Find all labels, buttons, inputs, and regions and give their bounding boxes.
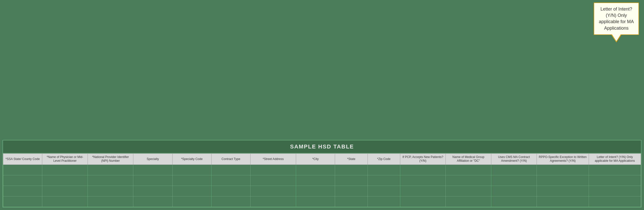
table-cell-state — [335, 165, 368, 175]
table-cell-npi — [88, 186, 133, 196]
table-cell-zip — [368, 186, 400, 196]
table-cell-npi — [88, 165, 133, 175]
table-header-city: *City — [296, 153, 335, 165]
table-cell-name — [42, 196, 88, 207]
table-cell-letter — [589, 165, 641, 175]
table-row — [3, 175, 641, 186]
table-cell-city — [296, 175, 335, 186]
table-cell-medical_group — [446, 165, 491, 175]
table-title: SAMPLE HSD TABLE — [3, 140, 641, 153]
table-cell-specialty — [133, 186, 172, 196]
table-cell-ssa — [3, 196, 42, 207]
table-header-cms: Uses CMS MA Contract Amendment? (Y/N) — [491, 153, 537, 165]
table-cell-ssa — [3, 186, 42, 196]
table-cell-rppo — [537, 175, 589, 186]
table-cell-medical_group — [446, 175, 491, 186]
table-header-state: *State — [335, 153, 368, 165]
table-cell-ssa — [3, 175, 42, 186]
table-header-specialty: Specialty — [133, 153, 172, 165]
table-cell-city — [296, 196, 335, 207]
table-header-letter: Letter of Intent? (Y/N) Only applicable … — [589, 153, 641, 165]
table-cell-street — [250, 186, 296, 196]
table-cell-specialty_code — [172, 165, 211, 175]
tooltip-box: Letter of Intent? (Y/N) Only applicable … — [594, 3, 639, 35]
table-cell-street — [250, 196, 296, 207]
table-header-row: *SSA State/ County Code*Name of Physicia… — [3, 153, 641, 165]
table-cell-street — [250, 165, 296, 175]
table-row — [3, 165, 641, 175]
table-header-rppo: RPPO-Specific Exception to Written Agree… — [537, 153, 589, 165]
table-cell-name — [42, 165, 88, 175]
table-cell-city — [296, 186, 335, 196]
table-cell-pcp — [400, 196, 446, 207]
table-cell-specialty_code — [172, 196, 211, 207]
table-cell-specialty_code — [172, 175, 211, 186]
table-cell-city — [296, 165, 335, 175]
table-cell-cms — [491, 165, 537, 175]
table-row — [3, 186, 641, 196]
table-cell-cms — [491, 186, 537, 196]
table-header-ssa: *SSA State/ County Code — [3, 153, 42, 165]
table-cell-zip — [368, 175, 400, 186]
tooltip-container: Letter of Intent? (Y/N) Only applicable … — [594, 3, 639, 42]
tooltip-arrow — [611, 35, 621, 42]
table-cell-specialty — [133, 196, 172, 207]
table-cell-letter — [589, 196, 641, 207]
table-cell-pcp — [400, 175, 446, 186]
table-cell-cms — [491, 175, 537, 186]
tooltip-text: Letter of Intent? (Y/N) Only applicable … — [599, 7, 634, 31]
table-cell-name — [42, 186, 88, 196]
table-cell-letter — [589, 175, 641, 186]
table-cell-specialty — [133, 175, 172, 186]
table-cell-medical_group — [446, 196, 491, 207]
table-header-npi: *National Provider Identifier (NPI) Numb… — [88, 153, 133, 165]
table-header-specialty_code: *Specialty Code — [172, 153, 211, 165]
table-cell-pcp — [400, 165, 446, 175]
hsd-table: *SSA State/ County Code*Name of Physicia… — [3, 153, 641, 207]
table-cell-contract_type — [211, 165, 250, 175]
table-cell-cms — [491, 196, 537, 207]
table-header-pcp: If PCP, Accepts New Patients? (Y/N) — [400, 153, 446, 165]
table-cell-state — [335, 196, 368, 207]
table-cell-letter — [589, 186, 641, 196]
table-cell-npi — [88, 196, 133, 207]
table-cell-specialty — [133, 165, 172, 175]
table-header-zip: *Zip Code — [368, 153, 400, 165]
table-cell-npi — [88, 175, 133, 186]
table-header-contract_type: Contract Type — [211, 153, 250, 165]
table-cell-state — [335, 175, 368, 186]
table-cell-rppo — [537, 196, 589, 207]
table-section: SAMPLE HSD TABLE *SSA State/ County Code… — [3, 140, 641, 207]
table-cell-specialty_code — [172, 186, 211, 196]
table-cell-rppo — [537, 186, 589, 196]
table-cell-state — [335, 186, 368, 196]
table-row — [3, 196, 641, 207]
table-cell-name — [42, 175, 88, 186]
table-cell-zip — [368, 196, 400, 207]
table-cell-street — [250, 175, 296, 186]
table-cell-rppo — [537, 165, 589, 175]
table-header-name: *Name of Physician or Mid-Level Practiti… — [42, 153, 88, 165]
table-cell-medical_group — [446, 186, 491, 196]
table-cell-contract_type — [211, 196, 250, 207]
table-cell-contract_type — [211, 186, 250, 196]
table-header-street: *Street Address — [250, 153, 296, 165]
table-cell-ssa — [3, 165, 42, 175]
table-header-medical_group: Name of Medical Group Affiliation or "DC… — [446, 153, 491, 165]
table-cell-contract_type — [211, 175, 250, 186]
table-cell-pcp — [400, 186, 446, 196]
table-cell-zip — [368, 165, 400, 175]
